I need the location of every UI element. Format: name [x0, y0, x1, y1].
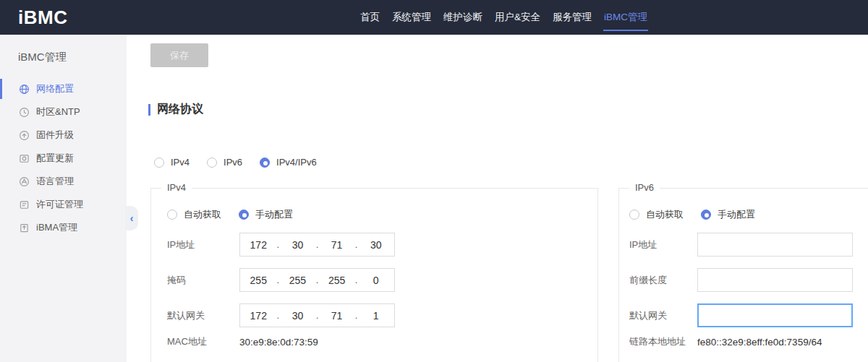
field-label: 默认网关	[629, 309, 697, 322]
sidebar-title: iBMC管理	[18, 51, 127, 64]
field-label: 前缀长度	[629, 274, 697, 287]
sidebar-item-language[interactable]: 语言管理	[0, 170, 127, 193]
radio-circle-ipv4-ipv6[interactable]	[260, 158, 270, 168]
ip-octet[interactable]: 0	[357, 275, 394, 286]
ip-octet[interactable]: 172	[240, 239, 277, 251]
ip-octet[interactable]: 71	[318, 239, 355, 251]
ip-octet[interactable]: 30	[279, 239, 316, 251]
ipv6-ip-address-input[interactable]	[697, 233, 853, 257]
ipv6-prefix-length-input[interactable]	[697, 268, 853, 292]
sidebar-item-label: 时区&NTP	[36, 105, 80, 118]
ip-octet[interactable]: 172	[240, 310, 277, 322]
ipv6-radio-manual[interactable]: 手动配置	[701, 208, 755, 221]
ip-octet[interactable]: 30	[279, 310, 316, 322]
sidebar-item-timezone-ntp[interactable]: 时区&NTP	[0, 100, 127, 124]
nav-item-home[interactable]: 首页	[359, 0, 381, 35]
language-globe-icon	[19, 176, 30, 187]
ipv6-prefix-length-row: 前缀长度	[629, 268, 868, 292]
ipv4-gateway-input[interactable]: 172 . 30 . 71 . 1	[239, 303, 395, 327]
sidebar-collapse-button[interactable]: ‹	[125, 206, 138, 230]
field-label: 默认网关	[167, 309, 239, 322]
ipv4-mode-radio-group: 自动获取 手动配置	[167, 208, 597, 221]
config-update-icon	[19, 153, 30, 164]
mac-address-value: 30:e9:8e:0d:73:59	[239, 337, 318, 348]
ipv4-ip-address-row: IP地址 172 . 30 . 71 . 30	[167, 233, 597, 257]
field-label: IP地址	[629, 238, 697, 251]
main-content: 保存 网络协议 IPv4 IPv6 IPv4/IPv6 IPv4	[127, 35, 868, 362]
save-button[interactable]: 保存	[150, 43, 208, 67]
ip-octet[interactable]: 255	[279, 275, 316, 286]
ipv4-fieldset: IPv4 自动获取 手动配置 IP地址	[150, 188, 598, 362]
nav-item-services[interactable]: 服务管理	[551, 0, 593, 35]
field-label: 链路本地地址	[629, 335, 697, 348]
field-label: 掩码	[167, 274, 239, 287]
clock-globe-icon	[19, 107, 30, 118]
ipv4-gateway-row: 默认网关 172 . 30 . 71 . 1	[167, 303, 597, 327]
radio-circle-ipv6-manual[interactable]	[701, 210, 711, 220]
section-title-accent-bar	[148, 104, 150, 116]
ipv4-netmask-row: 掩码 255 . 255 . 255 . 0	[167, 268, 597, 292]
ipv4-legend: IPv4	[161, 182, 192, 193]
ip-octet[interactable]: 255	[318, 275, 355, 286]
ipv4-mac-row: MAC地址 30:e9:8e:0d:73:59	[167, 332, 597, 351]
radio-circle-ipv4[interactable]	[154, 158, 164, 168]
ipv6-fieldset: IPv6 自动获取 手动配置 IP地址	[618, 188, 868, 362]
ipv4-radio-auto[interactable]: 自动获取	[167, 208, 221, 221]
license-doc-icon	[19, 199, 30, 210]
section-title-network-protocol: 网络协议	[148, 102, 868, 117]
radio-circle-ipv6-auto[interactable]	[629, 210, 639, 220]
ipv4-ip-address-input[interactable]: 172 . 30 . 71 . 30	[239, 233, 395, 257]
radio-circle-ipv4-auto[interactable]	[167, 210, 177, 220]
ipv6-link-local-row: 链路本地地址 fe80::32e9:8eff:fe0d:7359/64	[629, 332, 868, 351]
sidebar-item-label: 网络配置	[36, 82, 74, 95]
nav-item-user-security[interactable]: 用户&安全	[493, 0, 542, 35]
section-title-text: 网络协议	[157, 102, 203, 117]
ipv6-gateway-row: 默认网关	[629, 303, 868, 327]
globe-icon	[19, 84, 30, 95]
protocol-radio-group: IPv4 IPv6 IPv4/IPv6	[154, 157, 868, 168]
upload-circle-icon	[19, 130, 30, 141]
ipv6-ip-address-row: IP地址	[629, 233, 868, 257]
ipv6-mode-radio-group: 自动获取 手动配置	[629, 208, 868, 221]
ip-octet[interactable]: 255	[240, 275, 277, 286]
link-local-address-value: fe80::32e9:8eff:fe0d:7359/64	[697, 337, 822, 348]
nav-item-maintenance[interactable]: 维护诊断	[442, 0, 484, 35]
sidebar-item-config-update[interactable]: 配置更新	[0, 147, 127, 170]
radio-ipv4[interactable]: IPv4	[154, 157, 190, 168]
ibmc-logo: iBMC	[18, 7, 67, 29]
field-label: IP地址	[167, 238, 239, 251]
ipv6-radio-auto[interactable]: 自动获取	[629, 208, 684, 221]
ipv6-legend: IPv6	[629, 182, 660, 193]
sidebar: iBMC管理 网络配置 时区&NTP 固件升级	[0, 35, 127, 362]
radio-ipv4-ipv6[interactable]: IPv4/IPv6	[260, 157, 317, 168]
nav-item-ibmc-management[interactable]: iBMC管理	[603, 0, 649, 35]
sidebar-item-label: 配置更新	[36, 152, 74, 165]
ip-octet[interactable]: 30	[357, 239, 394, 251]
radio-circle-ipv6[interactable]	[207, 158, 217, 168]
radio-ipv6[interactable]: IPv6	[207, 157, 242, 168]
nav-item-system[interactable]: 系统管理	[391, 0, 433, 35]
sidebar-item-firmware-upgrade[interactable]: 固件升级	[0, 124, 127, 147]
sidebar-item-label: 固件升级	[36, 129, 74, 142]
ipv4-radio-manual[interactable]: 手动配置	[239, 208, 293, 221]
top-bar: iBMC 首页 系统管理 维护诊断 用户&安全 服务管理 iBMC管理	[0, 0, 868, 35]
ip-octet[interactable]: 1	[357, 310, 394, 322]
radio-circle-ipv4-manual[interactable]	[239, 210, 249, 220]
top-nav: 首页 系统管理 维护诊断 用户&安全 服务管理 iBMC管理	[359, 0, 649, 35]
sidebar-item-label: 语言管理	[36, 175, 74, 188]
ip-octet[interactable]: 71	[318, 310, 355, 322]
ipv6-gateway-input[interactable]	[697, 303, 853, 327]
package-upload-icon	[19, 223, 30, 233]
sidebar-item-license[interactable]: 许可证管理	[0, 193, 127, 216]
sidebar-item-ibma[interactable]: iBMA管理	[0, 216, 127, 239]
sidebar-item-label: 许可证管理	[36, 198, 83, 211]
sidebar-item-label: iBMA管理	[36, 221, 77, 234]
ipv4-netmask-input[interactable]: 255 . 255 . 255 . 0	[239, 268, 395, 292]
sidebar-item-network-config[interactable]: 网络配置	[0, 77, 127, 100]
field-label: MAC地址	[167, 335, 239, 348]
